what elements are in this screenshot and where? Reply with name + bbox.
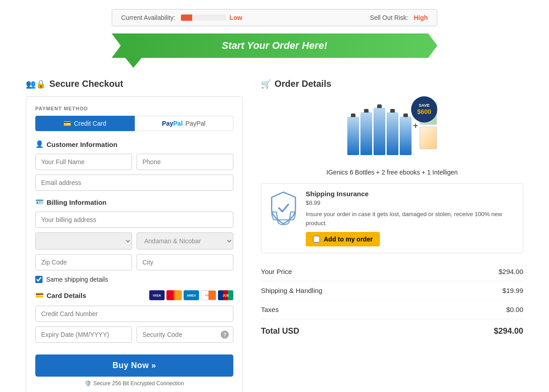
add-checkbox [313,236,320,243]
billing-section-title: 🪪 Billing Information [35,198,233,206]
billing-address-input[interactable] [35,212,233,228]
insurance-title: Shipping Insurance [306,190,516,198]
phone-input[interactable] [137,154,233,170]
person-icon: 👤 [35,140,44,148]
region-field: Andaman & Nicobar [137,232,233,250]
country-region-row: Andaman & Nicobar [35,232,233,250]
card-number-input[interactable] [35,306,233,322]
insurance-price: $8.99 [306,199,516,206]
expiry-input[interactable] [35,326,132,343]
price-row-2: Taxes $0.00 [261,300,523,319]
zip-field [35,254,132,270]
sell-out-label: Sell Out Risk: [370,14,408,21]
save-badge: SAVE $600 [411,96,437,123]
city-field [137,254,233,270]
billing-icon: 🪪 [35,198,44,206]
availability-status: Low [230,14,242,21]
product-image-area: SAVE $600 + IGenics 6 Bottles + 2 free e… [261,96,523,176]
progress-fill [181,14,192,21]
checkout-card: PAYMENT METHOD 💳 Credit Card PayPal PayP… [26,96,243,392]
shield-svg [268,190,299,226]
insurance-icon-wrap [268,190,299,227]
visa-icon: VISA [149,290,165,300]
same-shipping-label[interactable]: Same shipping details [46,276,108,283]
jcb-icon: JCB [218,290,233,300]
tab-paypal-label: PayPal [185,120,205,127]
buy-now-button[interactable]: Buy Now » [35,354,233,377]
zip-city-row [35,254,233,270]
payment-tabs: 💳 Credit Card PayPal PayPal [35,116,233,131]
customer-section-title: 👤 Customer Information [35,140,233,148]
card-section-title: 💳 Card Details [35,291,86,299]
price-breakdown: Your Price $294.00 Shipping & Handling $… [261,262,523,341]
product-title: IGenics 6 Bottles + 2 free ebooks + 1 In… [261,169,523,176]
total-value: $294.00 [494,326,523,336]
security-input[interactable] [137,326,233,343]
phone-field [137,154,233,170]
price-value-1: $19.99 [502,287,523,294]
discover-icon: DISC [201,290,216,300]
price-row-0: Your Price $294.00 [261,262,523,281]
zip-input[interactable] [35,254,132,270]
country-field [35,232,132,250]
cart-icon: 🛒 [261,79,271,89]
product-image: SAVE $600 + [342,96,442,169]
help-icon[interactable]: ? [221,331,229,339]
insurance-box: Shipping Insurance $8.99 Insure your ord… [261,183,523,253]
order-details-header: 🛒 Order Details [261,79,523,89]
email-input[interactable] [35,175,233,191]
price-row-1: Shipping & Handling $19.99 [261,281,523,300]
order-details-title: Order Details [274,79,331,89]
same-shipping-row: Same shipping details [35,276,233,283]
full-name-field [35,154,132,170]
total-label: Total USD [261,326,299,336]
save-amount: $600 [417,108,431,116]
billing-address-field [35,212,233,228]
tab-paypal[interactable]: PayPal PayPal [135,116,234,131]
insurance-content: Shipping Insurance $8.99 Insure your ord… [306,190,516,246]
start-order-button[interactable]: Start Your Order Here! [112,33,437,58]
email-field [35,175,233,191]
start-order-wrapper: Start Your Order Here! [112,33,437,68]
same-shipping-checkbox[interactable] [35,276,43,283]
expiry-security-row: ? [35,326,233,343]
order-details-column: 🛒 Order Details [261,79,523,392]
card-number-row [35,306,233,322]
insurance-desc: Insure your order in case it gets lost, … [306,210,516,227]
checkout-title: Secure Checkout [49,79,123,89]
plus-icon: + [413,121,418,131]
sell-out-status: High [414,14,428,21]
tab-credit-label: Credit Card [74,120,106,127]
card-details-header: 💳 Card Details VISA AMEX DISC JCB [35,290,233,300]
progress-bar-container: Low [181,14,242,21]
total-row: Total USD $294.00 [261,321,523,341]
paypal-logo: PayPal [162,120,183,127]
checkout-column: 👥🔒 Secure Checkout PAYMENT METHOD 💳 Cred… [26,79,243,392]
save-label: SAVE [419,103,430,108]
arrow-down-icon [125,58,142,68]
shield-icon: 🛡️ [85,380,91,387]
card-icons: VISA AMEX DISC JCB [149,290,233,300]
add-to-order-button[interactable]: Add to my order [306,232,380,246]
name-phone-row [35,154,233,170]
mastercard-icon [166,290,182,300]
city-input[interactable] [137,254,233,270]
expiry-field [35,326,132,343]
amex-icon: AMEX [184,290,199,300]
lock-icon: 👥🔒 [26,79,46,89]
card-number-field [35,306,233,322]
price-value-0: $294.00 [499,268,523,275]
book-2 [420,127,437,149]
progress-track [181,14,226,21]
tab-credit-card[interactable]: 💳 Credit Card [35,116,135,131]
region-select[interactable]: Andaman & Nicobar [137,232,233,250]
checkout-header: 👥🔒 Secure Checkout [26,79,243,89]
full-name-input[interactable] [35,154,132,170]
email-row [35,175,233,191]
main-columns: 👥🔒 Secure Checkout PAYMENT METHOD 💳 Cred… [26,79,523,392]
price-value-2: $0.00 [506,306,523,313]
price-label-1: Shipping & Handling [261,287,322,294]
secure-text: 🛡️ Secure 256 Bit Encrypted Connection [35,380,233,387]
country-select[interactable] [35,232,132,250]
card-icon: 💳 [35,291,44,299]
